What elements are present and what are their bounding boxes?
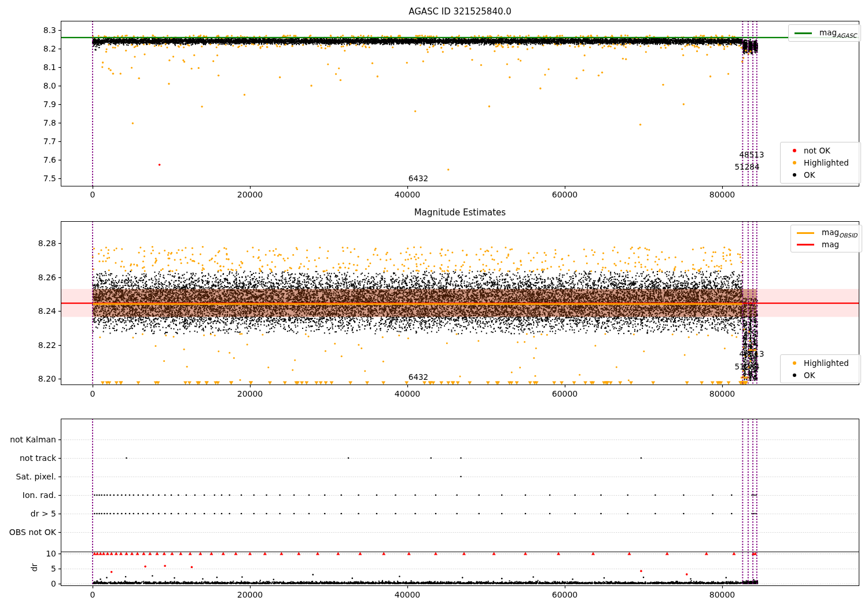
chart-canvas <box>0 0 868 608</box>
figure-agasc-magnitude-plots: AGASC ID 321525840.0 Magnitude Estimates… <box>0 0 868 608</box>
